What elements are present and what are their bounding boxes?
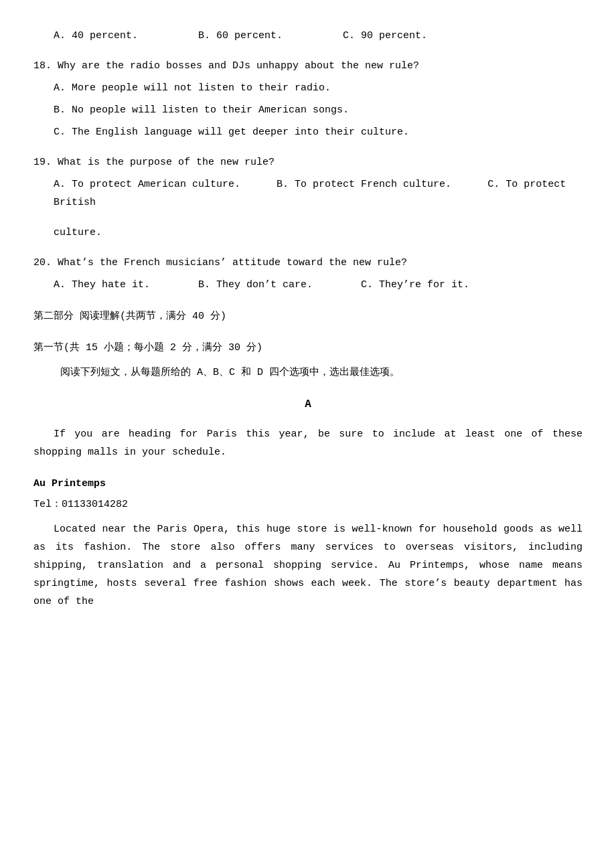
q18-option-b: B. No people will listen to their Americ…	[54, 101, 583, 119]
q20-options-inline: A. They hate it. B. They don’t care. C. …	[54, 276, 583, 294]
section2-header: 第二部分 阅读理解(共两节，满分 40 分)	[33, 307, 583, 325]
q20-option-b: B. They don’t care.	[198, 279, 313, 291]
q17-options-block: A. 40 percent. B. 60 percent. C. 90 perc…	[33, 27, 583, 45]
store1-description: Located near the Paris Opera, this huge …	[33, 520, 583, 611]
q19-question: 19. What is the purpose of the new rule?	[33, 153, 583, 171]
q20-block: 20. What’s the French musicians’ attitud…	[33, 254, 583, 294]
section2-sub-header: 第一节(共 15 小题；每小题 2 分，满分 30 分)	[33, 339, 583, 357]
q18-option-c: C. The English language will get deeper …	[54, 123, 583, 141]
q17-option-b: B. 60 percent.	[198, 30, 283, 42]
q19-block: 19. What is the purpose of the new rule?…	[33, 153, 583, 242]
passage-a-intro: If you are heading for Paris this year, …	[33, 425, 583, 461]
passage-a-label: A	[33, 395, 583, 414]
instruction-text: 阅读下列短文，从每题所给的 A、B、C 和 D 四个选项中，选出最佳选项。	[60, 364, 583, 382]
section2-title: 第二部分 阅读理解(共两节，满分 40 分)	[33, 307, 583, 325]
q17-options-inline: A. 40 percent. B. 60 percent. C. 90 perc…	[54, 27, 583, 45]
store1-name: Au Printemps	[33, 475, 583, 493]
q19-option-b: B. To protect French culture.	[277, 179, 451, 190]
q17-option-c: C. 90 percent.	[343, 30, 427, 42]
store1-tel: Tel：01133014282	[33, 495, 583, 514]
q18-block: 18. Why are the radio bosses and DJs unh…	[33, 57, 583, 141]
q19-options: A. To protect American culture. B. To pr…	[54, 175, 583, 212]
q17-option-a: A. 40 percent.	[54, 30, 138, 42]
store1-block: Au Printemps Tel：01133014282 Located nea…	[33, 475, 583, 611]
q18-question: 18. Why are the radio bosses and DJs unh…	[33, 57, 583, 75]
q20-option-c: C. They’re for it.	[361, 279, 469, 291]
section2-subtitle: 第一节(共 15 小题；每小题 2 分，满分 30 分)	[33, 339, 583, 357]
q20-option-a: A. They hate it.	[54, 279, 150, 291]
q20-question: 20. What’s the French musicians’ attitud…	[33, 254, 583, 272]
q19-culture-continued: culture.	[54, 224, 583, 242]
q18-option-a: A. More people will not listen to their …	[54, 79, 583, 97]
q19-option-a: A. To protect American culture.	[54, 179, 240, 190]
